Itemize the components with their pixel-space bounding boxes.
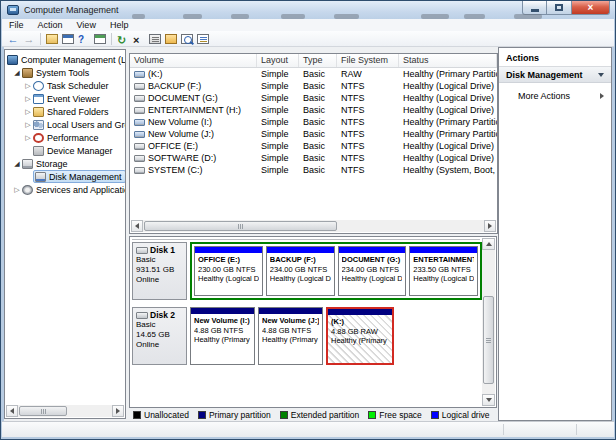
delete-icon: × [133, 34, 145, 44]
partition-new-volume-i[interactable]: New Volume (I:) 4.88 GB NTFS Healthy (Pr… [190, 307, 255, 365]
scroll-up-icon [486, 242, 492, 246]
console-window-button[interactable] [60, 32, 76, 46]
tree-item-device-manager[interactable]: Device Manager [5, 144, 125, 157]
partition-document-g[interactable]: DOCUMENT (G:) 234.00 GB NTFS Healthy (Lo… [338, 246, 407, 296]
scroll-right-button[interactable] [484, 220, 496, 232]
column-header-volume[interactable]: Volume [130, 54, 257, 67]
scroll-left-button[interactable] [131, 220, 143, 232]
scrollbar-thumb[interactable] [483, 296, 494, 384]
delete-button[interactable]: × [131, 32, 147, 46]
back-button[interactable]: ← [5, 32, 21, 46]
volume-row[interactable]: DOCUMENT (G:) Simple Basic NTFS Healthy … [130, 92, 497, 104]
minimize-icon [531, 9, 539, 12]
show-console-tree-button[interactable] [44, 32, 60, 46]
menu-view[interactable]: View [70, 20, 103, 30]
legend-logical-drive: Logical drive [431, 410, 490, 420]
collapse-icon[interactable] [598, 73, 604, 77]
menu-action[interactable]: Action [31, 20, 70, 30]
scrollbar-thumb[interactable] [19, 406, 67, 416]
cell-file-system: NTFS [337, 165, 399, 175]
expander-icon[interactable] [12, 160, 22, 168]
toolbar-separator [40, 33, 41, 45]
disk-size: 931.51 GB [136, 265, 183, 275]
open-button[interactable] [163, 32, 179, 46]
scroll-up-button[interactable] [482, 238, 495, 250]
help-icon: ? [78, 34, 90, 44]
partition-backup-f[interactable]: BACKUP (F:) 234.00 GB NTFS Healthy (Logi… [266, 246, 335, 296]
cell-volume: OFFICE (E:) [148, 141, 198, 151]
close-button[interactable]: × [572, 1, 610, 15]
partition-entertainment-h[interactable]: ENTERTAINMENT 233.50 GB NTFS Healthy (Lo… [409, 246, 478, 296]
volume-list-horizontal-scrollbar[interactable] [131, 220, 496, 232]
partition-office-e[interactable]: OFFICE (E:) 230.00 GB NTFS Healthy (Logi… [194, 246, 263, 296]
actions-group-label: Disk Management [506, 70, 583, 80]
expander-icon[interactable] [23, 82, 33, 90]
disk-type: Basic [136, 255, 183, 265]
disk2-label[interactable]: Disk 2 Basic 14.65 GB Online [132, 307, 187, 365]
tree-item-performance[interactable]: Performance [5, 131, 125, 144]
cell-status: Healthy (Primary Partition) [399, 117, 497, 127]
scrollbar-thumb[interactable] [144, 221, 337, 231]
expander-icon[interactable] [12, 186, 22, 194]
partition-name: New Volume (I:) [194, 316, 251, 326]
volume-row[interactable]: New Volume (J:) Simple Basic NTFS Health… [130, 128, 497, 140]
volume-row[interactable]: SYSTEM (C:) Simple Basic NTFS Healthy (S… [130, 164, 497, 176]
column-header-type[interactable]: Type [299, 54, 337, 67]
app-icon [7, 5, 19, 15]
volume-row[interactable]: ENTERTAINMENT (H:) Simple Basic NTFS Hea… [130, 104, 497, 116]
expander-icon[interactable] [23, 95, 33, 103]
scroll-right-button[interactable] [112, 405, 124, 417]
actions-group-disk-management[interactable]: Disk Management [499, 67, 611, 83]
forward-button[interactable]: → [21, 32, 37, 46]
cell-type: Basic [299, 129, 337, 139]
cell-file-system: NTFS [337, 105, 399, 115]
volume-row[interactable]: OFFICE (E:) Simple Basic NTFS Healthy (L… [130, 140, 497, 152]
column-header-layout[interactable]: Layout [257, 54, 299, 67]
expander-icon[interactable] [12, 69, 22, 77]
cell-volume: ENTERTAINMENT (H:) [148, 105, 241, 115]
legend-label: Unallocated [144, 410, 189, 420]
clock-icon [33, 81, 44, 91]
disk-type: Basic [136, 320, 183, 330]
menu-file[interactable]: File [2, 20, 31, 30]
tree-item-storage[interactable]: Storage [5, 157, 125, 170]
tree-item-event-viewer[interactable]: Event Viewer [5, 92, 125, 105]
volume-row[interactable]: BACKUP (F:) Simple Basic NTFS Healthy (L… [130, 80, 497, 92]
refresh-button[interactable]: ↻ [115, 32, 131, 46]
menu-help[interactable]: Help [103, 20, 136, 30]
tree-item-services-applications[interactable]: Services and Applications [5, 183, 125, 196]
tree-item-computer-management[interactable]: Computer Management (Local) [5, 53, 125, 66]
maximize-button[interactable] [547, 1, 572, 15]
volume-row[interactable]: New Volume (I:) Simple Basic NTFS Health… [130, 116, 497, 128]
volume-row[interactable]: SOFTWARE (D:) Simple Basic NTFS Healthy … [130, 152, 497, 164]
volume-row[interactable]: (K:) Simple Basic RAW Healthy (Primary P… [130, 68, 497, 80]
expander-icon[interactable] [23, 108, 33, 116]
tree-label: Disk Management [49, 172, 122, 182]
legend-extended-partition: Extended partition [280, 410, 360, 420]
scroll-left-button[interactable] [6, 405, 18, 417]
expander-icon[interactable] [23, 121, 33, 129]
partition-k-selected[interactable]: (K:) 4.88 GB RAW Healthy (Primary P [326, 307, 394, 365]
properties-button[interactable] [147, 32, 163, 46]
cell-layout: Simple [257, 165, 299, 175]
partition-new-volume-j[interactable]: New Volume (J:) 4.88 GB NTFS Healthy (Pr… [258, 307, 323, 365]
expander-icon[interactable] [23, 134, 33, 142]
tree-item-shared-folders[interactable]: Shared Folders [5, 105, 125, 118]
console-window-alt-button[interactable] [92, 32, 108, 46]
find-button[interactable] [179, 32, 195, 46]
tree-horizontal-scrollbar[interactable] [6, 405, 124, 417]
tree-item-system-tools[interactable]: System Tools [5, 66, 125, 79]
tree-item-disk-management[interactable]: Disk Management [5, 170, 125, 183]
disk-view-vertical-scrollbar[interactable] [482, 238, 495, 406]
tree-item-local-users-groups[interactable]: Local Users and Groups [5, 118, 125, 131]
scroll-down-button[interactable] [482, 394, 495, 406]
tree-item-task-scheduler[interactable]: Task Scheduler [5, 79, 125, 92]
help-button[interactable]: ? [76, 32, 92, 46]
more-actions-item[interactable]: More Actions [499, 88, 611, 103]
minimize-button[interactable] [522, 1, 547, 15]
column-header-file-system[interactable]: File System [337, 54, 399, 67]
export-list-button[interactable] [195, 32, 211, 46]
column-header-status[interactable]: Status [399, 54, 497, 67]
disk1-label[interactable]: Disk 1 Basic 931.51 GB Online [132, 242, 187, 300]
toolbar-separator [111, 33, 112, 45]
